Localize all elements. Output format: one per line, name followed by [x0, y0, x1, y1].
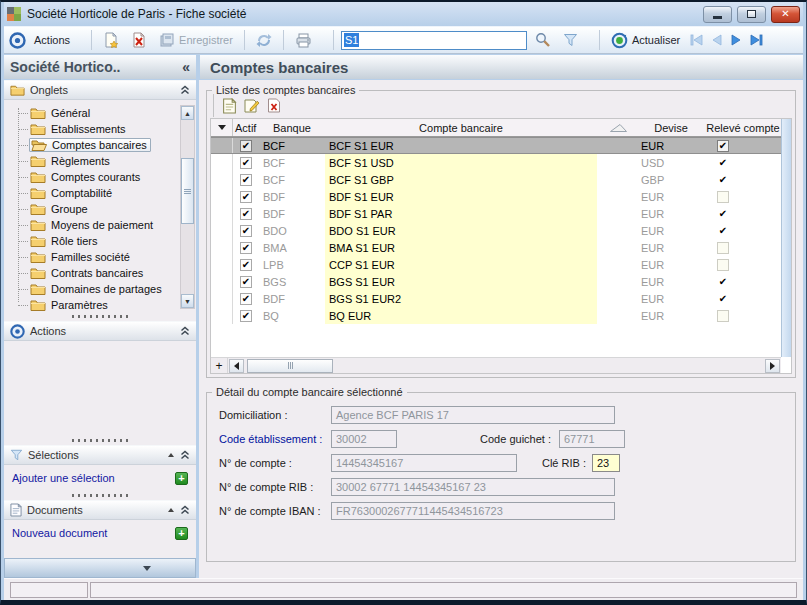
nav-previous-icon[interactable]	[711, 34, 723, 46]
table-row[interactable]: ✔ LPB CCP S1 EUR EUR ✔	[211, 256, 781, 273]
actif-checkbox[interactable]: ✔	[240, 157, 252, 169]
table-row[interactable]: ✔ BCF BCF S1 USD USD ✔	[211, 154, 781, 171]
new-document-link[interactable]: Nouveau document	[12, 527, 107, 539]
panel-collapse-icon[interactable]	[168, 508, 174, 512]
table-row[interactable]: ✔ BMA BMA S1 EUR EUR ✔	[211, 239, 781, 256]
search-input[interactable]: S1	[341, 31, 527, 50]
table-row[interactable]: ✔ BDF BDF S1 PAR EUR ✔	[211, 205, 781, 222]
releve-checkbox[interactable]: ✔	[717, 140, 729, 152]
panel-header-actions[interactable]: Actions	[4, 321, 196, 341]
scroll-right-button[interactable]	[765, 359, 780, 373]
collapse-chevrons-icon[interactable]	[180, 326, 190, 336]
releve-checkbox[interactable]: ✔	[717, 174, 729, 186]
sidebar-item-moyens-de-paiement[interactable]: Moyens de paiement	[4, 217, 196, 233]
actif-checkbox[interactable]: ✔	[240, 242, 252, 254]
add-row-button[interactable]: +	[211, 358, 228, 373]
releve-checkbox[interactable]: ✔	[717, 225, 729, 237]
actif-checkbox[interactable]: ✔	[240, 140, 252, 152]
grid-edit-icon[interactable]	[244, 98, 260, 114]
actif-checkbox[interactable]: ✔	[240, 208, 252, 220]
splitter-handle[interactable]	[4, 436, 196, 445]
sidebar-item-comptes-bancaires[interactable]: Comptes bancaires	[4, 137, 196, 153]
sidebar-item-g-n-ral[interactable]: Général	[4, 105, 196, 121]
grid-selector-button[interactable]	[211, 119, 233, 136]
column-header-releve[interactable]: Relevé compte	[701, 119, 785, 136]
sidebar-item-r-le-tiers[interactable]: Rôle tiers	[4, 233, 196, 249]
collapse-chevrons-icon[interactable]	[180, 450, 190, 460]
table-row[interactable]: ✔ BDO BDO S1 EUR EUR ✔	[211, 222, 781, 239]
releve-checkbox[interactable]: ✔	[717, 157, 729, 169]
grid-new-icon[interactable]	[222, 98, 237, 114]
sidebar-item-r-glements[interactable]: Règlements	[4, 153, 196, 169]
filter-button[interactable]	[559, 31, 592, 49]
add-selection-plus-button[interactable]: +	[175, 472, 188, 485]
collapse-chevrons-icon[interactable]	[180, 85, 190, 95]
column-header-banque[interactable]: Banque	[259, 119, 325, 136]
table-row[interactable]: ✔ BDF BGS S1 EUR2 EUR ✔	[211, 290, 781, 307]
panel-collapse-icon[interactable]	[168, 453, 174, 457]
actualiser-button[interactable]: Actualiser	[607, 30, 684, 51]
sidebar-item-param-tres[interactable]: Paramètres	[4, 297, 196, 312]
domiciliation-field[interactable]: Agence BCF PARIS 17	[331, 406, 615, 424]
table-row[interactable]: ✔ BCF BCF S1 GBP GBP ✔	[211, 171, 781, 188]
releve-checkbox[interactable]: ✔	[717, 208, 729, 220]
grid-vertical-scrollbar[interactable]	[781, 119, 791, 357]
panel-header-onglets[interactable]: Onglets	[4, 80, 196, 100]
actif-checkbox[interactable]: ✔	[240, 293, 252, 305]
actions-menu-button[interactable]: Actions	[30, 32, 84, 48]
code-guichet-field[interactable]: 67771	[559, 430, 625, 448]
sidebar-collapse-button[interactable]: «	[182, 59, 190, 75]
scroll-down-button[interactable]: ▼	[181, 294, 194, 308]
releve-checkbox[interactable]: ✔	[717, 242, 729, 254]
scrollbar-thumb[interactable]	[181, 158, 194, 224]
table-row[interactable]: ✔ BGS BGS S1 EUR EUR ✔	[211, 273, 781, 290]
sidebar-bottom-collapse-bar[interactable]	[4, 558, 196, 578]
nav-next-icon[interactable]	[730, 34, 742, 46]
new-document-plus-button[interactable]: +	[175, 527, 188, 540]
panel-header-documents[interactable]: Documents	[4, 500, 196, 520]
splitter-handle[interactable]	[4, 312, 196, 321]
nav-first-icon[interactable]	[690, 34, 704, 46]
minimize-button[interactable]	[703, 6, 732, 23]
close-button[interactable]: ✕	[771, 6, 800, 23]
sidebar-item-etablissements[interactable]: Etablissements	[4, 121, 196, 137]
column-header-actif[interactable]: Actif	[233, 119, 259, 136]
releve-checkbox[interactable]: ✔	[717, 310, 729, 322]
sidebar-item-familles-soci-t-[interactable]: Familles société	[4, 249, 196, 265]
actif-checkbox[interactable]: ✔	[240, 225, 252, 237]
numero-rib-field[interactable]: 30002 67771 14454345167 23	[331, 478, 615, 496]
table-row[interactable]: ✔ BCF BCF S1 EUR EUR ✔	[211, 137, 781, 154]
scroll-left-button[interactable]	[229, 359, 244, 373]
releve-checkbox[interactable]: ✔	[717, 276, 729, 288]
column-header-compte[interactable]: Compte bancaire	[325, 119, 597, 136]
table-row[interactable]: ✔ BQ BQ EUR EUR ✔	[211, 307, 781, 324]
nav-last-icon[interactable]	[749, 34, 763, 46]
scroll-up-button[interactable]: ▲	[181, 106, 194, 120]
releve-checkbox[interactable]: ✔	[717, 259, 729, 271]
numero-compte-field[interactable]: 14454345167	[331, 454, 517, 472]
sidebar-item-groupe[interactable]: Groupe	[4, 201, 196, 217]
actif-checkbox[interactable]: ✔	[240, 191, 252, 203]
sidebar-item-domaines-de-partages[interactable]: Domaines de partages	[4, 281, 196, 297]
cle-rib-field[interactable]: 23	[592, 454, 620, 472]
panel-header-selections[interactable]: Sélections	[4, 445, 196, 465]
save-button[interactable]: Enregistrer	[155, 30, 237, 50]
sidebar-item-comptabilit-[interactable]: Comptabilité	[4, 185, 196, 201]
new-record-button[interactable]	[99, 30, 123, 50]
refresh-button[interactable]	[252, 31, 276, 50]
add-selection-link[interactable]: Ajouter une sélection	[12, 472, 115, 484]
sidebar-item-comptes-courants[interactable]: Comptes courants	[4, 169, 196, 185]
numero-iban-field[interactable]: FR7630002677711445434516723	[331, 502, 615, 520]
print-button[interactable]	[291, 31, 326, 50]
search-button[interactable]	[531, 30, 555, 50]
splitter-handle[interactable]	[4, 491, 196, 500]
delete-record-button[interactable]	[127, 30, 151, 50]
tree-scrollbar[interactable]: ▲ ▼	[180, 105, 195, 309]
sidebar-item-contrats-bancaires[interactable]: Contrats bancaires	[4, 265, 196, 281]
code-etablissement-field[interactable]: 30002	[331, 430, 397, 448]
grid-delete-icon[interactable]	[267, 98, 281, 113]
table-row[interactable]: ✔ BDF BDF S1 EUR EUR ✔	[211, 188, 781, 205]
collapse-chevrons-icon[interactable]	[180, 505, 190, 515]
actif-checkbox[interactable]: ✔	[240, 276, 252, 288]
releve-checkbox[interactable]: ✔	[717, 191, 729, 203]
